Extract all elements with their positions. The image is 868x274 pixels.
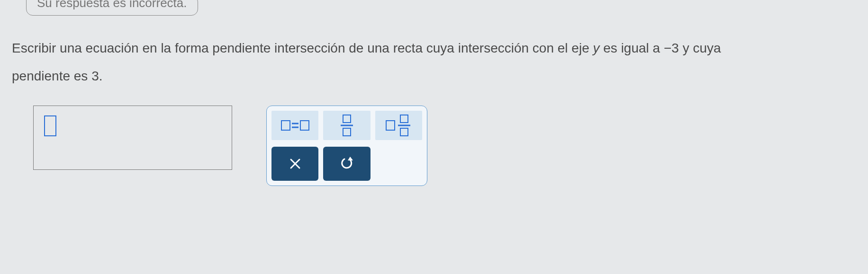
svg-marker-13	[348, 157, 353, 160]
feedback-text: Su respuesta es incorrecta.	[37, 0, 187, 10]
problem-slope: 3	[91, 69, 99, 83]
answer-row	[12, 106, 856, 186]
feedback-bubble: Su respuesta es incorrecta.	[26, 0, 198, 16]
problem-line1-prefix: Escribir una ecuación en la forma pendie…	[12, 41, 593, 55]
svg-rect-4	[343, 115, 351, 123]
svg-rect-0	[281, 121, 290, 130]
svg-rect-8	[400, 115, 408, 123]
problem-y-intercept: −3	[664, 41, 679, 55]
tool-row-templates	[271, 111, 422, 140]
undo-icon	[340, 157, 354, 171]
problem-container: Su respuesta es incorrecta. Escribir una…	[0, 0, 868, 274]
action-spacer	[375, 147, 422, 181]
tool-row-actions	[271, 145, 422, 181]
close-icon	[289, 158, 301, 170]
problem-mid: es igual a	[600, 41, 664, 55]
svg-rect-7	[386, 121, 395, 130]
clear-button[interactable]	[271, 147, 318, 181]
tool-mixed-number-template[interactable]	[375, 111, 422, 140]
reset-button[interactable]	[323, 147, 370, 181]
svg-rect-3	[300, 121, 309, 130]
problem-y-variable: y	[593, 41, 600, 55]
svg-rect-6	[343, 128, 351, 136]
problem-suffix: y cuya	[679, 41, 721, 55]
tool-equals-template[interactable]	[271, 111, 318, 140]
svg-rect-10	[400, 128, 408, 136]
answer-input[interactable]	[33, 106, 232, 170]
problem-statement: Escribir una ecuación en la forma pendie…	[12, 35, 856, 90]
answer-placeholder-box[interactable]	[44, 115, 56, 136]
tool-fraction-template[interactable]	[323, 111, 370, 140]
math-tool-panel	[266, 106, 427, 186]
problem-period: .	[99, 69, 103, 83]
problem-line2-prefix: pendiente es	[12, 69, 91, 83]
